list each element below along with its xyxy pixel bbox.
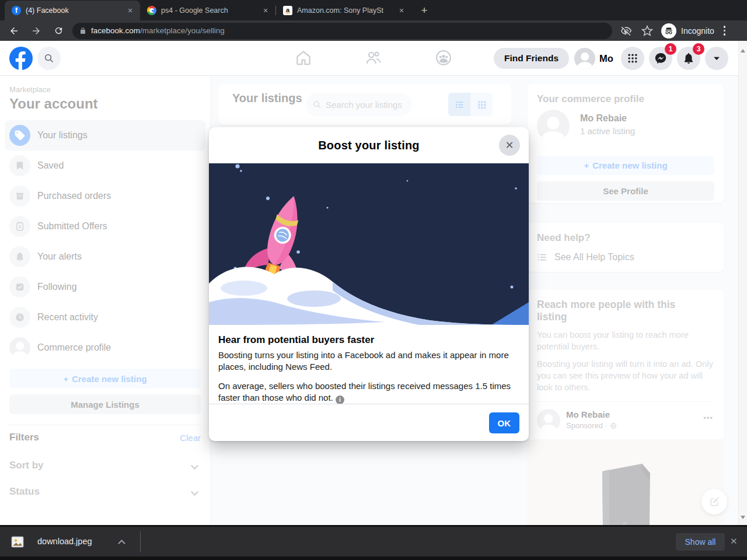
- avatar: [537, 110, 570, 142]
- grid-view-button[interactable]: [470, 93, 493, 116]
- tab-facebook[interactable]: f (4) Facebook ✕: [5, 1, 140, 20]
- see-profile-button[interactable]: See Profile: [537, 181, 714, 201]
- person-icon: [9, 337, 30, 358]
- reload-button[interactable]: [50, 23, 67, 39]
- rocket-illustration: [209, 163, 529, 325]
- browser-menu-icon[interactable]: [724, 26, 726, 36]
- search-button[interactable]: [37, 47, 61, 70]
- edit-fab-button[interactable]: [701, 489, 727, 514]
- modal-paragraph: On average, sellers who boosted their li…: [218, 380, 519, 405]
- tab-title: ps4 - Google Search: [161, 6, 256, 15]
- eye-off-icon[interactable]: [620, 25, 632, 37]
- modal-close-button[interactable]: ✕: [499, 135, 520, 156]
- plus-icon: +: [584, 160, 589, 170]
- facebook-logo-icon[interactable]: [9, 47, 33, 70]
- scroll-down-icon[interactable]: [741, 516, 745, 519]
- home-icon[interactable]: [295, 49, 312, 66]
- back-button[interactable]: [6, 23, 22, 39]
- sidebar-item-your-alerts[interactable]: Your alerts: [5, 242, 205, 272]
- ok-button[interactable]: OK: [489, 412, 520, 433]
- messenger-icon: [654, 52, 667, 65]
- new-tab-button[interactable]: +: [416, 2, 432, 19]
- friends-icon[interactable]: [365, 49, 382, 66]
- download-bar-close-icon[interactable]: ✕: [730, 536, 738, 547]
- sidebar-item-your-listings[interactable]: Your listings: [5, 120, 205, 150]
- see-all-help-topics-link[interactable]: See All Help Topics: [537, 252, 714, 262]
- sidebar-item-label: Recent activity: [37, 312, 98, 323]
- sidebar-item-submitted-offers[interactable]: $ Submitted Offers: [5, 211, 205, 242]
- sort-by-dropdown[interactable]: Sort by: [9, 460, 201, 471]
- url-path: /marketplace/you/selling: [140, 26, 225, 35]
- url-text: facebook.com/marketplace/you/selling: [91, 26, 225, 35]
- tab-google-search[interactable]: ps4 - Google Search ✕: [140, 1, 275, 20]
- show-all-button[interactable]: Show all: [676, 533, 725, 551]
- boost-listing-card: Reach more people with this listing You …: [528, 289, 724, 525]
- modal-header: Boost your listing ✕: [209, 127, 529, 163]
- tab-amazon[interactable]: a Amazon.com: Sony PlaySt ✕: [276, 1, 411, 20]
- box-icon: [9, 186, 30, 206]
- scroll-up-icon[interactable]: [741, 49, 745, 52]
- find-friends-button[interactable]: Find Friends: [494, 48, 569, 69]
- tab-close-icon[interactable]: ✕: [396, 5, 407, 16]
- check-box-icon: [9, 276, 30, 298]
- amazon-favicon-icon: a: [283, 6, 292, 15]
- apps-menu-button[interactable]: [621, 47, 644, 70]
- notifications-button[interactable]: 3: [677, 47, 700, 70]
- bookmark-star-icon[interactable]: [641, 25, 653, 37]
- profile-name: Mo: [599, 53, 613, 64]
- incognito-icon: [661, 23, 676, 38]
- grid-view-icon: [477, 100, 487, 110]
- modal-title: Boost your listing: [318, 139, 420, 152]
- sidebar-item-recent-activity[interactable]: Recent activity: [5, 302, 205, 332]
- create-new-listing-button[interactable]: + Create new listing: [537, 156, 714, 175]
- incognito-chip: Incognito: [661, 23, 714, 38]
- ad-menu-icon[interactable]: •••: [703, 414, 713, 422]
- clear-filters-link[interactable]: Clear: [180, 433, 201, 443]
- sidebar-item-saved[interactable]: Saved: [5, 150, 205, 181]
- messenger-badge: 1: [665, 43, 676, 55]
- lock-icon: [79, 27, 86, 35]
- tab-title: Amazon.com: Sony PlaySt: [297, 6, 392, 15]
- svg-text:$: $: [19, 224, 22, 229]
- listings-search[interactable]: [306, 93, 412, 116]
- list-view-button[interactable]: [448, 93, 470, 116]
- messenger-button[interactable]: 1: [649, 47, 672, 70]
- tab-close-icon[interactable]: ✕: [125, 5, 135, 16]
- boost-card-paragraph: You can boost your listing to reach more…: [537, 330, 714, 352]
- listings-search-input[interactable]: [326, 100, 402, 110]
- download-filename[interactable]: download.jpeg: [37, 537, 92, 546]
- facebook-favicon-icon: f: [12, 6, 21, 15]
- boost-listing-modal: Boost your listing ✕ Hear fro: [209, 127, 529, 441]
- manage-listings-button[interactable]: Manage Listings: [9, 394, 201, 414]
- sidebar-items: Your listings Saved Purchased orders $ S…: [5, 120, 205, 363]
- sidebar-item-following[interactable]: Following: [5, 272, 205, 302]
- sidebar-item-commerce-profile[interactable]: Commerce profile: [5, 332, 205, 363]
- chevron-up-icon[interactable]: [118, 540, 125, 547]
- google-favicon-icon: [147, 6, 156, 15]
- need-help-title: Need help?: [537, 232, 714, 244]
- sidebar-item-purchased-orders[interactable]: Purchased orders: [5, 181, 205, 211]
- search-icon: [313, 100, 322, 109]
- modal-paragraph-text: On average, sellers who boosted their li…: [218, 381, 511, 402]
- chevron-down-icon: [711, 53, 722, 64]
- marketplace-sidebar: Marketplace Your account Your listings S…: [0, 76, 210, 525]
- sidebar-eyebrow: Marketplace: [9, 85, 201, 94]
- download-bar: download.jpeg Show all ✕: [0, 525, 747, 560]
- address-bar[interactable]: facebook.com/marketplace/you/selling: [72, 23, 612, 39]
- status-dropdown[interactable]: Status: [9, 486, 201, 498]
- globe-icon: [610, 422, 617, 429]
- tab-close-icon[interactable]: ✕: [260, 5, 271, 16]
- create-new-listing-button[interactable]: + Create new listing: [9, 369, 201, 388]
- offer-tag-icon: $: [9, 216, 30, 237]
- profile-menu[interactable]: Mo: [574, 48, 613, 69]
- groups-icon[interactable]: [435, 49, 452, 66]
- sidebar-title: Your account: [9, 96, 201, 112]
- info-icon[interactable]: i: [336, 396, 344, 404]
- list-view-icon: [455, 100, 465, 110]
- sponsored-text: Sponsored ·: [566, 421, 608, 430]
- account-menu-button[interactable]: [705, 47, 728, 70]
- page-scrollbar[interactable]: [738, 41, 747, 525]
- main-navigation: [295, 49, 452, 66]
- clock-icon: [9, 307, 30, 328]
- forward-button[interactable]: [28, 23, 44, 39]
